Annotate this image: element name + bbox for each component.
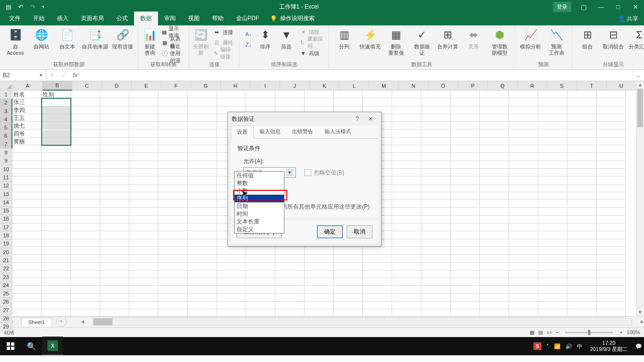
cell[interactable] — [158, 98, 188, 106]
cell[interactable] — [158, 169, 188, 176]
cell[interactable] — [71, 216, 100, 223]
cell[interactable] — [451, 286, 480, 294]
cell[interactable] — [217, 309, 246, 317]
cell[interactable] — [538, 98, 567, 106]
cell[interactable] — [42, 263, 71, 270]
cell[interactable] — [12, 145, 42, 153]
cell[interactable] — [100, 294, 129, 302]
sort-button[interactable]: ⬍排序 — [255, 26, 275, 50]
cell[interactable] — [129, 309, 158, 317]
cell[interactable] — [129, 185, 158, 192]
cell[interactable] — [12, 223, 42, 231]
cell[interactable] — [42, 145, 71, 153]
cell[interactable] — [71, 145, 100, 153]
normal-view-icon[interactable]: ▦ — [530, 329, 534, 336]
cell[interactable] — [451, 302, 480, 309]
cell[interactable] — [392, 208, 421, 216]
cell[interactable] — [188, 231, 217, 239]
cell[interactable] — [100, 239, 129, 247]
cell[interactable] — [480, 114, 509, 122]
cell[interactable] — [421, 130, 451, 138]
cell[interactable] — [100, 91, 129, 98]
col-header[interactable]: M — [369, 81, 399, 91]
col-header[interactable]: T — [577, 81, 607, 91]
col-header[interactable]: G — [191, 81, 221, 91]
cell[interactable] — [363, 270, 392, 278]
cell[interactable] — [71, 302, 100, 309]
sort-az-button[interactable]: A↓ — [245, 29, 252, 39]
ungroup-button[interactable]: ⊟取消组合 — [601, 26, 626, 50]
cell[interactable] — [12, 286, 42, 294]
cell[interactable] — [334, 309, 363, 317]
cell[interactable] — [334, 278, 363, 286]
cell[interactable] — [71, 231, 100, 239]
cell[interactable] — [597, 192, 626, 200]
cell[interactable] — [129, 169, 158, 176]
cell[interactable] — [597, 223, 626, 231]
row-header[interactable]: 6 — [0, 132, 12, 140]
cell[interactable] — [42, 216, 71, 223]
cell[interactable] — [392, 263, 421, 270]
cell[interactable] — [567, 176, 597, 184]
cell[interactable] — [451, 231, 480, 239]
row-header[interactable]: 21 — [0, 257, 12, 265]
row-header[interactable]: 19 — [0, 240, 12, 248]
cell[interactable] — [538, 231, 567, 239]
cell[interactable] — [158, 231, 188, 239]
cell[interactable] — [305, 302, 334, 309]
cell[interactable] — [129, 106, 158, 114]
cell[interactable] — [100, 169, 129, 176]
cell[interactable] — [567, 98, 597, 106]
cell[interactable] — [421, 223, 451, 231]
tab-data[interactable]: 数据 — [134, 12, 158, 25]
cell[interactable] — [509, 239, 538, 247]
cell[interactable] — [71, 161, 100, 169]
cell[interactable] — [42, 122, 71, 129]
cell[interactable] — [217, 270, 246, 278]
cell[interactable] — [597, 263, 626, 270]
row-header[interactable]: 28 — [0, 315, 12, 323]
cell[interactable] — [129, 223, 158, 231]
cell[interactable] — [421, 106, 451, 114]
cell[interactable] — [509, 122, 538, 129]
relationships-button[interactable]: ⬌关系 — [461, 26, 486, 50]
cell[interactable] — [158, 153, 188, 161]
cell[interactable] — [421, 239, 451, 247]
row-header[interactable]: 26 — [0, 298, 12, 306]
zoom-in-icon[interactable]: + — [620, 329, 622, 335]
expand-formula-icon[interactable]: ⌄ — [632, 70, 644, 81]
cell[interactable] — [480, 130, 509, 138]
col-header[interactable]: A — [13, 81, 43, 91]
tell-me-search[interactable]: 💡操作说明搜索 — [265, 12, 319, 25]
cell[interactable] — [509, 309, 538, 317]
enter-formula-icon[interactable]: ✓ — [58, 70, 69, 81]
cell[interactable] — [275, 270, 305, 278]
cell[interactable] — [129, 239, 158, 247]
cell[interactable] — [480, 302, 509, 309]
cell[interactable] — [246, 270, 275, 278]
cell[interactable] — [158, 130, 188, 138]
cell[interactable] — [158, 263, 188, 270]
row-header[interactable]: 8 — [0, 149, 12, 157]
cell[interactable] — [538, 302, 567, 309]
cell[interactable] — [597, 278, 626, 286]
active-cell[interactable] — [42, 98, 71, 106]
cell[interactable] — [480, 208, 509, 216]
cell[interactable] — [100, 200, 129, 208]
cell[interactable] — [451, 309, 480, 317]
search-taskbar-icon[interactable]: 🔍 — [21, 337, 42, 355]
cell[interactable] — [71, 255, 100, 262]
row-header[interactable]: 1 — [0, 91, 12, 99]
cell[interactable] — [421, 302, 451, 309]
tab-file[interactable]: 文件 — [3, 12, 27, 25]
cell[interactable] — [567, 294, 597, 302]
cell[interactable] — [12, 216, 42, 223]
cell[interactable] — [480, 309, 509, 317]
cell[interactable] — [12, 278, 42, 286]
cell[interactable] — [567, 302, 597, 309]
dialog-titlebar[interactable]: 数据验证 ? ✕ — [228, 112, 381, 126]
cell[interactable] — [509, 169, 538, 176]
cell[interactable] — [12, 263, 42, 270]
cell[interactable] — [158, 192, 188, 200]
ignore-blank-checkbox[interactable]: 忽略空值(B) — [305, 169, 344, 177]
